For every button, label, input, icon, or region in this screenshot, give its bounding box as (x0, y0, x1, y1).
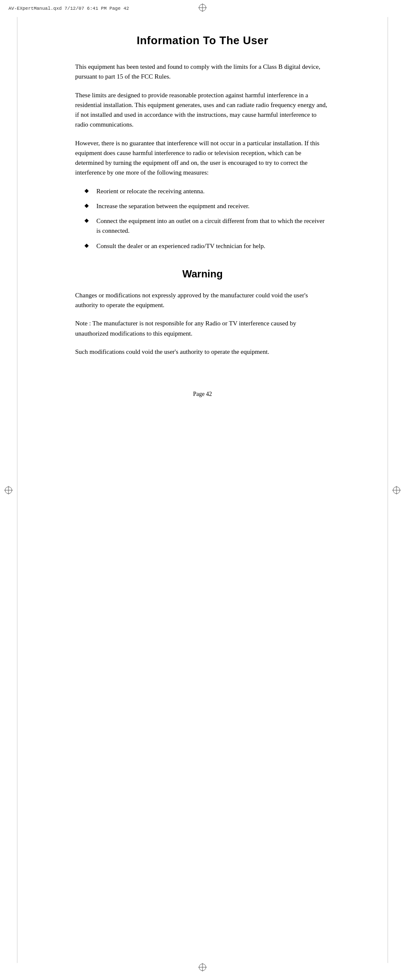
list-item: Increase the separation between the equi… (88, 201, 330, 211)
bullet-list: Reorient or relocate the receiving anten… (88, 186, 330, 251)
warning-paragraph-3: Such modifications could void the user's… (75, 347, 330, 357)
list-item: Reorient or relocate the receiving anten… (88, 186, 330, 196)
page-container: AV-EXpertManual.qxd 7/12/07 6:41 PM Page… (0, 0, 405, 980)
reg-mark-left (4, 486, 13, 494)
page-number: Page 42 (75, 391, 330, 398)
border-left (17, 17, 17, 963)
paragraph-3: However, there is no guarantee that inte… (75, 138, 330, 178)
warning-paragraph-2: Note : The manufacturer is not responsib… (75, 319, 330, 339)
reg-mark-right (392, 486, 401, 494)
paragraph-1: This equipment has been tested and found… (75, 62, 330, 82)
paragraph-2: These limits are designed to provide rea… (75, 90, 330, 130)
warning-paragraph-1: Changes or modifications not expressly a… (75, 291, 330, 311)
border-right (388, 17, 388, 963)
list-item: Consult the dealer or an experienced rad… (88, 241, 330, 251)
page-content: Information To The User This equipment h… (75, 0, 330, 980)
list-item: Connect the equipment into an outlet on … (88, 216, 330, 236)
warning-title: Warning (75, 268, 330, 280)
page-title: Information To The User (75, 34, 330, 47)
